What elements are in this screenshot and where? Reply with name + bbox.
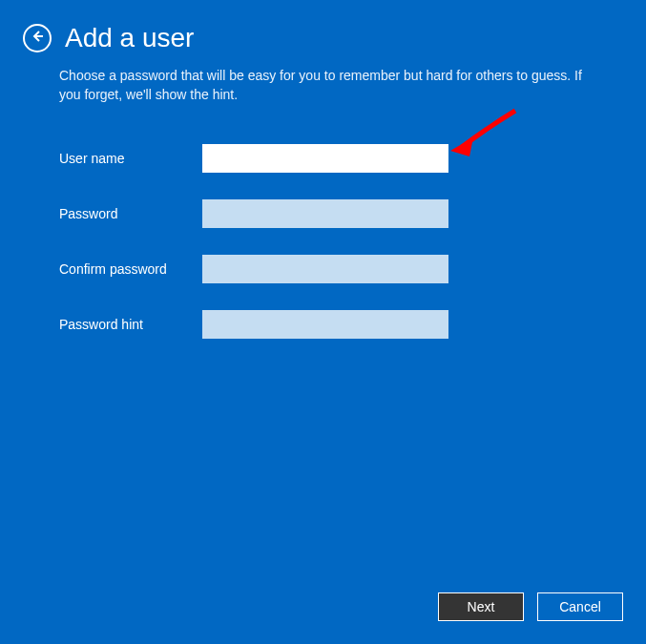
- password-hint-label: Password hint: [59, 317, 202, 332]
- back-button[interactable]: [23, 24, 52, 52]
- username-label: User name: [59, 151, 202, 166]
- cancel-button[interactable]: Cancel: [537, 592, 623, 621]
- password-label: Password: [59, 206, 202, 221]
- back-arrow-icon: [30, 29, 45, 48]
- password-input[interactable]: [202, 199, 448, 228]
- form-area: User name Password Confirm password Pass…: [0, 104, 646, 339]
- confirm-password-label: Confirm password: [59, 261, 202, 277]
- confirm-password-input[interactable]: [202, 255, 448, 283]
- page-description: Choose a password that will be easy for …: [0, 53, 646, 104]
- page-title: Add a user: [65, 23, 194, 53]
- username-input[interactable]: [202, 144, 448, 173]
- password-hint-input[interactable]: [202, 310, 448, 339]
- next-button[interactable]: Next: [438, 592, 524, 621]
